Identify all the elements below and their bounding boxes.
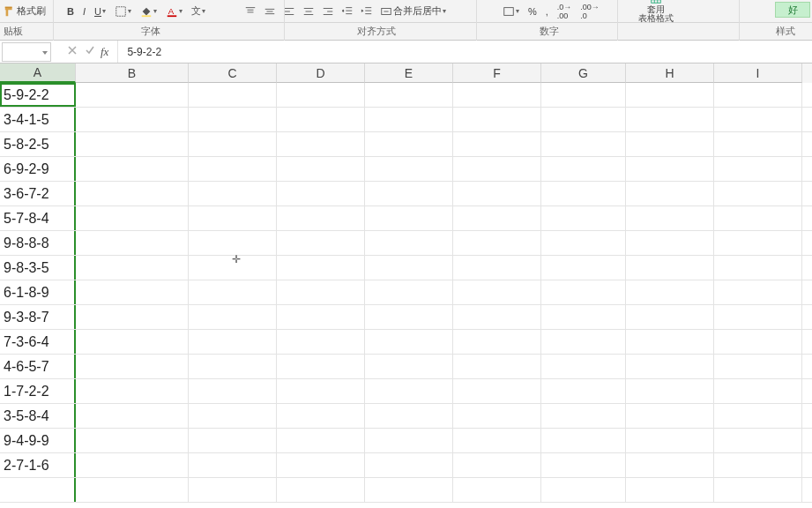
cell-A6[interactable]: 5-7-8-4 [0,206,76,230]
cell-E16[interactable] [365,453,453,477]
cell-H16[interactable] [626,453,714,477]
cell-A13[interactable]: 1-7-2-2 [0,379,76,403]
cell-D1[interactable] [277,83,365,107]
cell-G13[interactable] [541,379,626,403]
cell-D4[interactable] [277,157,365,181]
cell-G15[interactable] [541,429,626,452]
confirm-edit-button[interactable] [85,45,95,58]
cell-B16[interactable] [76,453,189,477]
cell-E7[interactable] [365,231,453,255]
cell-H3[interactable] [626,132,714,156]
font-color-button[interactable]: A ▾ [164,4,184,19]
cell-F3[interactable] [453,132,541,156]
cell-A15[interactable]: 9-4-9-9 [0,429,76,452]
column-header-A[interactable]: A [0,64,76,83]
cell-G8[interactable] [541,256,626,280]
cell-F12[interactable] [453,355,541,378]
cell-F14[interactable] [453,404,541,428]
cell-B1[interactable] [76,83,189,107]
cell-F13[interactable] [453,379,541,403]
cell-F7[interactable] [453,231,541,255]
cell-A11[interactable]: 7-3-6-4 [0,330,76,354]
cell-A8[interactable]: 9-8-3-5 [0,256,76,280]
decrease-decimal-button[interactable]: .00→.0 [578,2,601,21]
cell-H17[interactable] [626,478,714,502]
cell-E11[interactable] [365,330,453,354]
cell-D2[interactable] [277,108,365,131]
cell-A10[interactable]: 9-3-8-7 [0,305,76,329]
cell-I3[interactable] [714,132,802,156]
cell-H15[interactable] [626,429,714,452]
cell-C14[interactable] [189,404,277,428]
cell-D7[interactable] [277,231,365,255]
cell-C3[interactable] [189,132,277,156]
column-header-G[interactable]: G [541,64,626,83]
cell-C4[interactable] [189,157,277,181]
cell-I16[interactable] [714,453,802,477]
cell-F15[interactable] [453,429,541,452]
cell-F6[interactable] [453,206,541,230]
cell-C9[interactable] [189,280,277,304]
cell-F9[interactable] [453,280,541,304]
cell-H7[interactable] [626,231,714,255]
cell-H8[interactable] [626,256,714,280]
cell-I4[interactable] [714,157,802,181]
cell-G17[interactable] [541,478,626,502]
cell-I17[interactable] [714,478,802,502]
cell-A9[interactable]: 6-1-8-9 [0,280,76,304]
column-header-E[interactable]: E [365,64,453,83]
cell-I12[interactable] [714,355,802,378]
cell-I13[interactable] [714,379,802,403]
cell-I5[interactable] [714,182,802,205]
cell-D10[interactable] [277,305,365,329]
cell-G5[interactable] [541,182,626,205]
cell-D16[interactable] [277,453,365,477]
cell-C13[interactable] [189,379,277,403]
cell-H12[interactable] [626,355,714,378]
align-top-button[interactable] [242,4,258,19]
cell-C15[interactable] [189,429,277,452]
cell-E12[interactable] [365,355,453,378]
cell-B14[interactable] [76,404,189,428]
cell-G6[interactable] [541,206,626,230]
cell-C11[interactable] [189,330,277,354]
cell-E15[interactable] [365,429,453,452]
cell-I9[interactable] [714,280,802,304]
cell-I14[interactable] [714,404,802,428]
cell-C16[interactable] [189,453,277,477]
cell-H11[interactable] [626,330,714,354]
cell-C12[interactable] [189,355,277,378]
cell-B17[interactable] [76,478,189,502]
cell-G3[interactable] [541,132,626,156]
column-header-C[interactable]: C [189,64,277,83]
cell-A14[interactable]: 3-5-8-4 [0,404,76,428]
cell-F10[interactable] [453,305,541,329]
fill-color-button[interactable]: ▾ [138,4,159,19]
cell-H2[interactable] [626,108,714,131]
cell-B5[interactable] [76,182,189,205]
cell-G4[interactable] [541,157,626,181]
cell-A12[interactable]: 4-6-5-7 [0,355,76,378]
cell-H1[interactable] [626,83,714,107]
border-button[interactable]: ▾ [113,4,133,19]
cell-D17[interactable] [277,478,365,502]
cell-C2[interactable] [189,108,277,131]
cell-G9[interactable] [541,280,626,304]
cancel-edit-button[interactable] [67,45,78,58]
spreadsheet-grid[interactable]: ABCDEFGHI 5-9-2-23-4-1-55-8-2-56-9-2-93-… [0,64,812,508]
cell-I6[interactable] [714,206,802,230]
cell-D9[interactable] [277,280,365,304]
cell-A5[interactable]: 3-6-7-2 [0,182,76,205]
cell-H10[interactable] [626,305,714,329]
cell-E3[interactable] [365,132,453,156]
cell-B15[interactable] [76,429,189,452]
cell-E8[interactable] [365,256,453,280]
cell-I7[interactable] [714,231,802,255]
align-middle-button[interactable] [262,4,278,19]
cell-G2[interactable] [541,108,626,131]
cell-D12[interactable] [277,355,365,378]
cell-B2[interactable] [76,108,189,131]
cell-B6[interactable] [76,206,189,230]
cell-I1[interactable] [714,83,802,107]
cell-H14[interactable] [626,404,714,428]
